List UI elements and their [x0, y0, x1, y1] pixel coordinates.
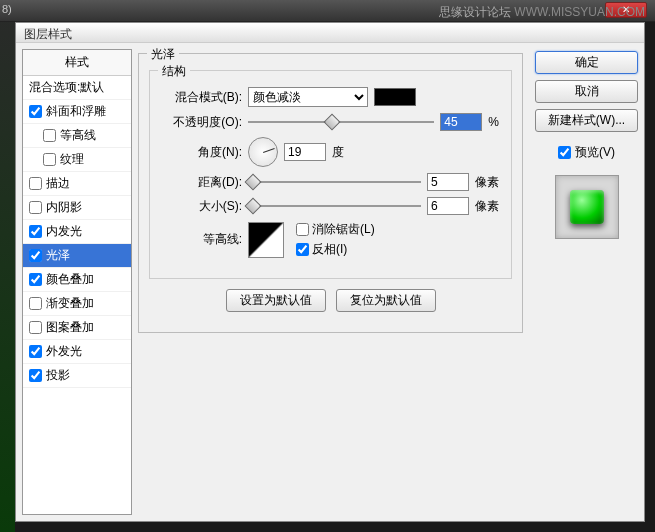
angle-unit: 度 [332, 144, 344, 161]
sidebar-item-12[interactable]: 投影 [23, 364, 131, 388]
sidebar-item-label: 投影 [46, 367, 70, 384]
angle-input[interactable] [284, 143, 326, 161]
ok-button[interactable]: 确定 [535, 51, 638, 74]
styles-sidebar: 样式 混合选项:默认斜面和浮雕等高线纹理描边内阴影内发光光泽颜色叠加渐变叠加图案… [22, 49, 132, 515]
blend-mode-select[interactable]: 颜色减淡 [248, 87, 368, 107]
sidebar-item-11[interactable]: 外发光 [23, 340, 131, 364]
contour-picker[interactable] [248, 222, 284, 258]
sidebar-item-label: 等高线 [60, 127, 96, 144]
new-style-button[interactable]: 新建样式(W)... [535, 109, 638, 132]
opacity-label: 不透明度(O): [162, 114, 242, 131]
sidebar-item-label: 外发光 [46, 343, 82, 360]
preview-checkbox[interactable]: 预览(V) [535, 144, 638, 161]
sidebar-item-10[interactable]: 图案叠加 [23, 316, 131, 340]
angle-label: 角度(N): [162, 144, 242, 161]
sidebar-item-1[interactable]: 斜面和浮雕 [23, 100, 131, 124]
invert-checkbox[interactable]: 反相(I) [296, 241, 375, 258]
sidebar-checkbox[interactable] [29, 369, 42, 382]
opacity-unit: % [488, 115, 499, 129]
color-swatch[interactable] [374, 88, 416, 106]
sidebar-item-6[interactable]: 内发光 [23, 220, 131, 244]
sidebar-item-label: 描边 [46, 175, 70, 192]
cancel-button[interactable]: 取消 [535, 80, 638, 103]
sidebar-checkbox[interactable] [29, 321, 42, 334]
opacity-input[interactable] [440, 113, 482, 131]
sidebar-checkbox[interactable] [29, 105, 42, 118]
sidebar-checkbox[interactable] [29, 177, 42, 190]
make-default-button[interactable]: 设置为默认值 [226, 289, 326, 312]
size-input[interactable] [427, 197, 469, 215]
opacity-slider[interactable] [248, 114, 434, 130]
preview-swatch [570, 190, 604, 224]
sidebar-checkbox[interactable] [29, 201, 42, 214]
distance-slider[interactable] [248, 174, 421, 190]
sidebar-checkbox[interactable] [43, 153, 56, 166]
structure-label: 结构 [158, 63, 190, 80]
window-title-suffix: 8) [2, 3, 12, 15]
sidebar-item-3[interactable]: 纹理 [23, 148, 131, 172]
size-unit: 像素 [475, 198, 499, 215]
size-label: 大小(S): [162, 198, 242, 215]
sidebar-checkbox[interactable] [29, 273, 42, 286]
sidebar-item-label: 图案叠加 [46, 319, 94, 336]
sidebar-checkbox[interactable] [29, 249, 42, 262]
sidebar-item-label: 混合选项:默认 [29, 79, 104, 96]
distance-label: 距离(D): [162, 174, 242, 191]
sidebar-item-9[interactable]: 渐变叠加 [23, 292, 131, 316]
sidebar-item-label: 光泽 [46, 247, 70, 264]
preview-box [555, 175, 619, 239]
size-slider[interactable] [248, 198, 421, 214]
contour-label: 等高线: [162, 231, 242, 248]
sidebar-item-7[interactable]: 光泽 [23, 244, 131, 268]
sidebar-header: 样式 [23, 50, 131, 76]
sidebar-item-label: 内阴影 [46, 199, 82, 216]
sidebar-item-label: 颜色叠加 [46, 271, 94, 288]
watermark: 思缘设计论坛 WWW.MISSYUAN.COM [439, 4, 645, 21]
sidebar-checkbox[interactable] [29, 345, 42, 358]
sidebar-item-label: 纹理 [60, 151, 84, 168]
sidebar-item-0[interactable]: 混合选项:默认 [23, 76, 131, 100]
dialog-title: 图层样式 [16, 23, 644, 43]
sidebar-checkbox[interactable] [29, 225, 42, 238]
sidebar-checkbox[interactable] [29, 297, 42, 310]
effect-panel: 光泽 结构 混合模式(B): 颜色减淡 不透明度(O): % [132, 43, 529, 521]
app-background [0, 0, 15, 532]
dialog-buttons: 确定 取消 新建样式(W)... 预览(V) [529, 43, 644, 521]
blend-mode-label: 混合模式(B): [162, 89, 242, 106]
sidebar-item-label: 内发光 [46, 223, 82, 240]
layer-style-dialog: 图层样式 样式 混合选项:默认斜面和浮雕等高线纹理描边内阴影内发光光泽颜色叠加渐… [15, 22, 645, 522]
sidebar-checkbox[interactable] [43, 129, 56, 142]
distance-unit: 像素 [475, 174, 499, 191]
sidebar-item-8[interactable]: 颜色叠加 [23, 268, 131, 292]
panel-title: 光泽 [147, 46, 179, 63]
antialias-checkbox[interactable]: 消除锯齿(L) [296, 221, 375, 238]
sidebar-item-label: 渐变叠加 [46, 295, 94, 312]
sidebar-item-label: 斜面和浮雕 [46, 103, 106, 120]
sidebar-item-2[interactable]: 等高线 [23, 124, 131, 148]
reset-default-button[interactable]: 复位为默认值 [336, 289, 436, 312]
sidebar-item-5[interactable]: 内阴影 [23, 196, 131, 220]
distance-input[interactable] [427, 173, 469, 191]
sidebar-item-4[interactable]: 描边 [23, 172, 131, 196]
angle-dial[interactable] [248, 137, 278, 167]
